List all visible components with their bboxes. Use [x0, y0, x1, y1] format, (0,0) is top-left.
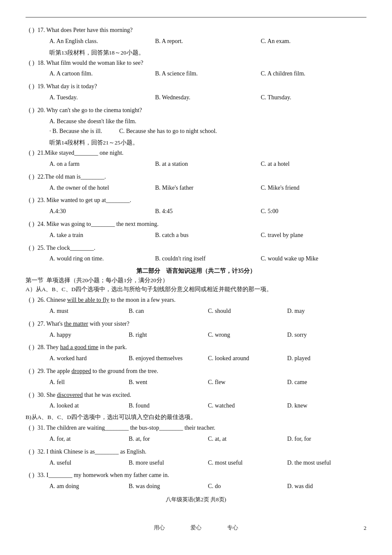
- q21-optC: C. at a hotel: [261, 159, 366, 169]
- q28-optB: B. enjoyed themselves: [129, 353, 208, 364]
- q26-optA: A. must: [49, 306, 129, 316]
- q28-optD: D. played: [287, 353, 366, 364]
- q26-optB: B. can: [129, 306, 208, 316]
- q33-paren: ( ): [26, 470, 37, 480]
- q27-optC: C. wrong: [208, 330, 287, 340]
- q25-optA: A. would ring on time.: [49, 254, 155, 264]
- question-18: ( ) 18. What film would the woman like t…: [26, 58, 366, 79]
- q23-optC: C. 5:00: [261, 206, 366, 217]
- q31-paren: ( ): [26, 423, 37, 433]
- q30-optB: B. found: [129, 401, 208, 411]
- q22-optC: C. Mike's friend: [261, 183, 366, 193]
- q23-text: 23. Mike wanted to get up at________.: [37, 195, 366, 205]
- q27-paren: ( ): [26, 319, 37, 329]
- q30-optA: A. looked at: [49, 401, 129, 411]
- question-27: ( ) 27. What's the matter with your sist…: [26, 319, 366, 340]
- question-20: ( ) 20. Why can't she go to the cinema t…: [26, 105, 366, 136]
- question-23: ( ) 23. Mike wanted to get up at________…: [26, 195, 366, 217]
- q26-optC: C. should: [208, 306, 287, 316]
- q31-optA: A. for, at: [49, 434, 129, 444]
- question-31: ( ) 31. The children are waiting________…: [26, 423, 366, 444]
- q33-optB: B. was doing: [129, 481, 208, 491]
- q24-text: 24. Mike was going to________ the next m…: [37, 219, 366, 229]
- q31-optB: B. at, for: [129, 434, 208, 444]
- q20-optB: · B. Because she is ill.: [49, 126, 102, 136]
- q20-optA: A. Because she doesn't like the film.: [49, 116, 366, 127]
- question-29: ( ) 29. The apple dropped to the ground …: [26, 366, 366, 387]
- q26-text: 26. Chinese will be able to fly to the m…: [37, 295, 366, 305]
- q31-optD: D. for, for: [287, 434, 366, 444]
- q29-text: 29. The apple dropped to the ground from…: [37, 366, 366, 376]
- q28-optA: A. worked hard: [49, 353, 129, 364]
- section1-subtitle: 第一节 单项选择（共20小题；每小题1分，满分20分）: [26, 277, 366, 284]
- q19-paren: ( ): [26, 81, 37, 92]
- q17-text: 17. What does Peter have this morning?: [37, 25, 366, 35]
- q20-optC: C. Because she has to go to night school…: [119, 126, 217, 136]
- q21-text: 21.Mike stayed________ one night.: [37, 148, 366, 158]
- q27-text: 27. What's the matter with your sister?: [37, 319, 366, 329]
- q18-text: 18. What film would the woman like to se…: [37, 58, 366, 68]
- q26-paren: ( ): [26, 295, 37, 305]
- question-17: ( ) 17. What does Peter have this mornin…: [26, 25, 366, 46]
- q33-optD: D. was did: [287, 481, 366, 491]
- q23-paren: ( ): [26, 195, 37, 205]
- q17-optC: C. An exam.: [261, 36, 366, 46]
- footer-item-1: 用心: [154, 524, 165, 532]
- q32-optD: D. the most useful: [287, 458, 366, 468]
- q23-optA: A.4:30: [49, 206, 155, 217]
- q32-optC: C. most useful: [208, 458, 287, 468]
- q23-optB: B. 4:45: [155, 206, 261, 217]
- q30-paren: ( ): [26, 390, 37, 400]
- q22-paren: ( ): [26, 172, 37, 182]
- q29-optD: D. came: [287, 377, 366, 387]
- question-19: ( ) 19. What day is it today? A. Tuesday…: [26, 81, 366, 103]
- note-13: 听第13段材料，回答第18～20小题。: [49, 49, 366, 57]
- question-24: ( ) 24. Mike was going to________ the ne…: [26, 219, 366, 240]
- q28-paren: ( ): [26, 342, 37, 353]
- q32-optB: B. more useful: [129, 458, 208, 468]
- q25-optC: C. would wake up Mike: [261, 254, 366, 264]
- instruction-a: A）从A、B、C、D四个选项中，选出与所给句子划线部分意义相同或相近并能代替的那…: [26, 286, 366, 293]
- question-26: ( ) 26. Chinese will be able to fly to t…: [26, 295, 366, 316]
- q31-optC: C. at, at: [208, 434, 287, 444]
- q21-paren: ( ): [26, 148, 37, 158]
- q18-optB: B. A science film.: [155, 69, 261, 79]
- q18-paren: ( ): [26, 58, 37, 68]
- q22-text: 22.The old man is________.: [37, 172, 366, 182]
- q30-optC: C. watched: [208, 401, 287, 411]
- note-14: 听第14段材料，回答21～25小题。: [49, 139, 366, 147]
- page-number: 2: [364, 525, 367, 532]
- q29-optB: B. went: [129, 377, 208, 387]
- footer-item-3: 专心: [227, 524, 238, 532]
- question-25: ( ) 25. The clock________. A. would ring…: [26, 243, 366, 264]
- q17-optB: B. A report.: [155, 36, 261, 46]
- q19-optA: A. Tuesday.: [49, 92, 155, 103]
- q18-optC: C. A children film.: [261, 69, 366, 79]
- q33-optC: C. do: [208, 481, 287, 491]
- q19-optB: B. Wednesday.: [155, 92, 261, 103]
- top-divider: [26, 17, 366, 17]
- q32-optA: A. useful: [49, 458, 129, 468]
- q19-optC: C. Thursday.: [261, 92, 366, 103]
- q28-text: 28. They had a good time in the park.: [37, 342, 366, 353]
- q28-optC: C. looked around: [208, 353, 287, 364]
- q29-paren: ( ): [26, 366, 37, 376]
- exam-page: ( ) 17. What does Peter have this mornin…: [0, 0, 392, 555]
- page-label: 八年级英语(第2页 共8页): [26, 496, 366, 503]
- q25-optB: B. couldn't ring itself: [155, 254, 261, 264]
- question-30: ( ) 30. She discovered that he was excit…: [26, 390, 366, 411]
- q27-optB: B. right: [129, 330, 208, 340]
- q21-optA: A. on a farm: [49, 159, 155, 169]
- instruction-b: B)从A、B、C、D四个选项中，选出可以填入空白处的最佳选项。: [26, 413, 366, 421]
- q22-optB: B. Mike's father: [155, 183, 261, 193]
- section2-title: 第二部分 语言知识运用（共二节，计35分）: [26, 267, 366, 275]
- footer-item-2: 爱心: [190, 524, 202, 532]
- q27-optA: A. happy: [49, 330, 129, 340]
- footer: 用心 爱心 专心: [0, 524, 392, 532]
- q27-optD: D. sorry: [287, 330, 366, 340]
- q33-optA: A. am doing: [49, 481, 129, 491]
- question-21: ( ) 21.Mike stayed________ one night. A.…: [26, 148, 366, 169]
- q17-paren: ( ): [26, 25, 37, 35]
- q25-text: 25. The clock________.: [37, 243, 366, 253]
- q29-optC: C. flew: [208, 377, 287, 387]
